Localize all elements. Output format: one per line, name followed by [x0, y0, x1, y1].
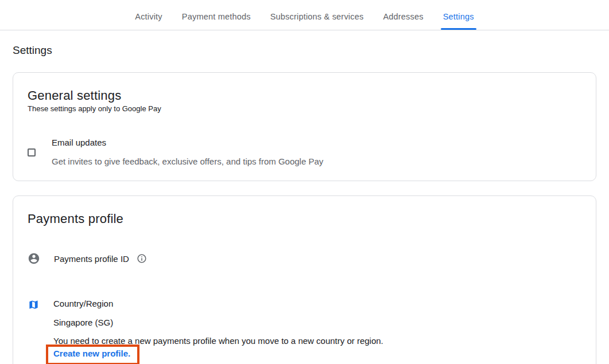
tab-settings[interactable]: Settings [443, 12, 475, 30]
tab-subscriptions-services[interactable]: Subscriptions & services [270, 12, 364, 30]
tab-payment-methods[interactable]: Payment methods [181, 12, 251, 30]
map-flag-icon [28, 299, 39, 311]
email-updates-checkbox[interactable] [28, 148, 36, 156]
email-updates-description: Get invites to give feedback, exclusive … [52, 156, 323, 166]
country-region-row: Country/Region Singapore (SG) You need t… [28, 298, 581, 364]
info-icon[interactable] [137, 253, 147, 264]
email-updates-label: Email updates [52, 138, 323, 147]
account-circle-icon [28, 252, 40, 265]
payments-profile-title: Payments profile [28, 211, 581, 227]
country-region-text: Country/Region Singapore (SG) You need t… [53, 298, 383, 364]
payments-profile-card: Payments profile Payments profile ID Cou… [13, 195, 596, 364]
tab-bar: Activity Payment methods Subscriptions &… [0, 0, 609, 30]
settings-page: Settings General settings These settings… [0, 45, 609, 364]
general-settings-card: General settings These settings apply on… [13, 72, 596, 181]
tab-activity[interactable]: Activity [134, 12, 163, 30]
annotation-highlight-box: Create new profile. [46, 345, 139, 364]
general-settings-title: General settings [28, 88, 581, 104]
general-settings-subtitle: These settings apply only to Google Pay [28, 104, 581, 114]
country-region-label: Country/Region [53, 299, 383, 308]
email-updates-row: Email updates Get invites to give feedba… [28, 138, 581, 166]
page-title: Settings [13, 45, 596, 56]
tab-addresses[interactable]: Addresses [382, 12, 424, 30]
email-updates-text: Email updates Get invites to give feedba… [52, 138, 323, 166]
payments-profile-id-row: Payments profile ID [28, 252, 581, 265]
payments-profile-id-label: Payments profile ID [54, 254, 129, 264]
country-region-value: Singapore (SG) [53, 318, 383, 327]
create-new-profile-link[interactable]: Create new profile. [53, 349, 130, 358]
